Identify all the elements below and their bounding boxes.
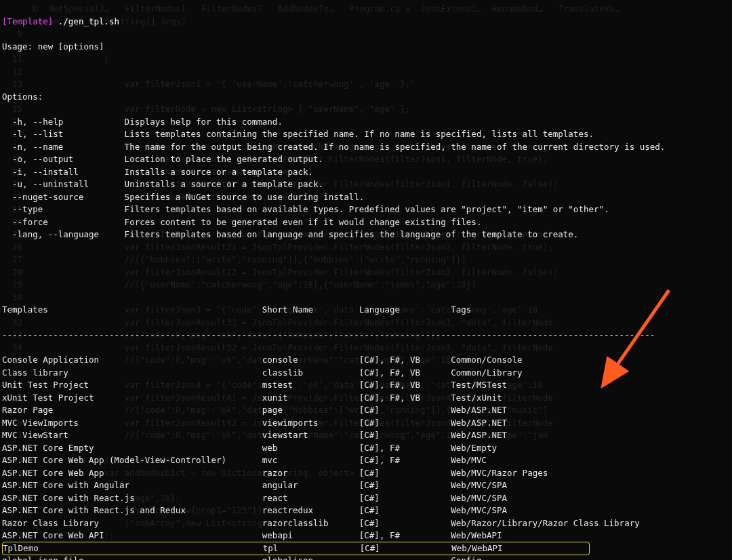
option-row: -u, --uninstall Uninstalls a source or a…: [2, 178, 730, 191]
option-row: -n, --name The name for the output being…: [2, 141, 730, 154]
option-row: --nuget-source Specifies a NuGet source …: [2, 191, 730, 204]
template-row: ASP.NET Core Empty web [C#], F# Web/Empt…: [2, 442, 730, 455]
template-row: Console Application console [C#], F#, VB…: [2, 354, 730, 367]
template-row: Unit Test Project mstest [C#], F#, VB Te…: [2, 379, 730, 392]
terminal-output[interactable]: [Template] ./gen_tpl.sh Usage: new [opti…: [2, 3, 730, 560]
template-row: xUnit Test Project xunit [C#], F#, VB Te…: [2, 392, 730, 405]
usage-line: Usage: new [options]: [2, 41, 730, 54]
templates-table: Console Application console [C#], F#, VB…: [2, 354, 730, 560]
option-row: -l, --list Lists templates containing th…: [2, 128, 730, 141]
options-header: Options:: [2, 91, 730, 104]
options-list: -h, --help Displays help for this comman…: [2, 116, 730, 241]
template-row: ASP.NET Core with React.js and Redux rea…: [2, 504, 730, 517]
shell-prompt: [Template]: [2, 16, 53, 26]
template-row: Razor Class Library razorclasslib [C#] W…: [2, 517, 730, 530]
template-row: ASP.NET Core Web API webapi [C#], F# Web…: [2, 529, 730, 542]
template-row: ASP.NET Core Web App razor [C#] Web/MVC/…: [2, 467, 730, 480]
option-row: --type Filters templates based on availa…: [2, 203, 730, 216]
template-row: ASP.NET Core with React.js react [C#] We…: [2, 492, 730, 505]
templates-header-row: Templates Short Name Language Tags: [2, 304, 730, 317]
option-row: -h, --help Displays help for this comman…: [2, 116, 730, 129]
template-row: ASP.NET Core Web App (Model-View-Control…: [2, 454, 730, 467]
divider-line: ----------------------------------------…: [2, 329, 730, 342]
option-row: -lang, --language Filters templates base…: [2, 228, 730, 241]
template-row-highlighted: TplDemo tpl [C#] Web/WebAPI: [2, 542, 590, 556]
option-row: -o, --output Location to place the gener…: [2, 153, 730, 166]
template-row: Class library classlib [C#], F#, VB Comm…: [2, 367, 730, 380]
option-row: -i, --install Installs a source or a tem…: [2, 166, 730, 179]
command-text: ./gen_tpl.sh: [58, 16, 119, 26]
template-row: MVC ViewStart viewstart [C#] Web/ASP.NET: [2, 429, 730, 442]
template-row: MVC ViewImports viewimports [C#] Web/ASP…: [2, 417, 730, 430]
template-row: global.json file globaljson Config: [2, 555, 730, 560]
template-row: Razor Page page [C#] Web/ASP.NET: [2, 404, 730, 417]
template-row: ASP.NET Core with Angular angular [C#] W…: [2, 479, 730, 492]
option-row: --force Forces content to be generated e…: [2, 216, 730, 229]
